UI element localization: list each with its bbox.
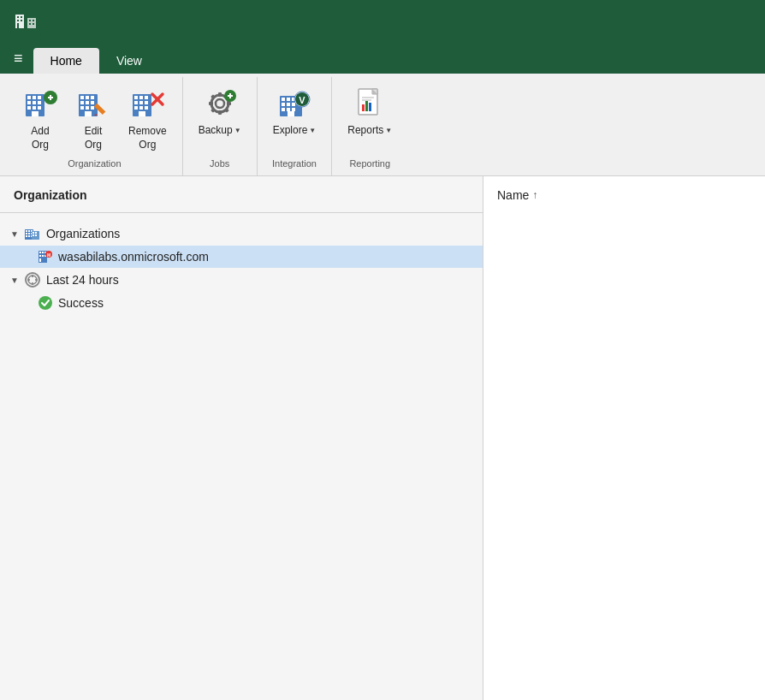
svg-rect-34 <box>86 106 89 110</box>
tab-bar: ≡ Home View <box>0 43 765 74</box>
svg-rect-20 <box>33 106 36 110</box>
success-icon <box>38 295 53 311</box>
reports-label: Reports ▼ <box>347 124 392 136</box>
svg-rect-21 <box>38 106 41 110</box>
svg-rect-35 <box>91 106 94 110</box>
organizations-label: Organizations <box>46 227 120 240</box>
svg-rect-28 <box>86 96 89 99</box>
right-panel: Name ↑ <box>483 176 765 700</box>
expand-triangle-organizations: ▼ <box>10 229 19 239</box>
svg-rect-99 <box>35 232 37 234</box>
svg-point-118 <box>39 296 52 310</box>
svg-rect-56 <box>209 102 213 105</box>
sort-arrow-icon: ↑ <box>532 189 537 201</box>
app-icon <box>10 6 41 37</box>
svg-rect-45 <box>145 101 148 104</box>
svg-rect-18 <box>38 101 41 104</box>
expand-triangle-last24: ▼ <box>10 276 19 285</box>
hamburger-menu[interactable]: ≡ <box>7 46 30 71</box>
edit-org-icon <box>75 86 111 122</box>
svg-rect-3 <box>21 16 22 18</box>
tab-home[interactable]: Home <box>33 48 99 74</box>
backup-label: Backup ▼ <box>199 124 241 136</box>
svg-rect-46 <box>134 106 138 110</box>
ribbon-group-integration: V Explore ▼ Integration <box>258 77 333 175</box>
last24-label: Last 24 hours <box>46 273 119 287</box>
svg-rect-74 <box>292 108 295 111</box>
name-column-label: Name <box>497 188 529 202</box>
svg-text:M: M <box>47 252 50 258</box>
backup-button[interactable]: Backup ▼ <box>190 82 250 139</box>
main-content: Organization ▼ <box>0 176 765 700</box>
reports-button[interactable]: Reports ▼ <box>339 82 400 139</box>
remove-org-button[interactable]: RemoveOrg <box>120 82 175 155</box>
organizations-icon <box>24 225 41 242</box>
svg-rect-70 <box>287 103 290 106</box>
svg-rect-114 <box>32 275 33 277</box>
svg-rect-4 <box>17 20 19 21</box>
svg-rect-66 <box>282 98 285 101</box>
last24-icon <box>24 271 41 288</box>
explore-button[interactable]: V Explore ▼ <box>264 82 325 139</box>
svg-rect-82 <box>362 104 365 111</box>
svg-text:V: V <box>299 95 305 105</box>
svg-rect-11 <box>33 23 34 25</box>
svg-rect-0 <box>10 6 41 37</box>
svg-rect-69 <box>282 103 285 106</box>
svg-rect-14 <box>33 96 36 99</box>
add-org-button[interactable]: AddOrg <box>14 82 67 155</box>
svg-rect-36 <box>85 111 92 116</box>
svg-rect-29 <box>91 96 94 99</box>
svg-rect-32 <box>91 101 94 104</box>
explore-icon: V <box>276 86 312 124</box>
svg-rect-115 <box>32 282 33 285</box>
svg-rect-98 <box>33 232 34 234</box>
name-column-header[interactable]: Name ↑ <box>497 188 751 202</box>
organization-group-label: Organization <box>14 155 175 174</box>
svg-rect-30 <box>80 101 84 104</box>
svg-rect-49 <box>139 111 145 116</box>
last24-tree-node[interactable]: ▼ Last 24 hours <box>0 268 483 292</box>
svg-rect-22 <box>32 111 39 116</box>
organizations-tree-node[interactable]: ▼ Organiz <box>0 222 483 246</box>
svg-rect-103 <box>39 252 41 253</box>
svg-rect-67 <box>287 98 290 101</box>
ribbon-group-reporting: Reports ▼ Reporting <box>332 77 407 175</box>
svg-rect-117 <box>35 279 38 281</box>
svg-rect-42 <box>145 96 148 99</box>
tab-view[interactable]: View <box>99 48 159 74</box>
jobs-group-label: Jobs <box>190 155 250 174</box>
svg-rect-57 <box>227 102 231 105</box>
integration-group-label: Integration <box>264 155 325 174</box>
wasabilabs-tree-node[interactable]: M wasabilabs.onmicrosoft.com <box>0 246 483 268</box>
svg-rect-16 <box>27 101 31 104</box>
svg-rect-104 <box>42 252 44 253</box>
success-tree-node[interactable]: Success <box>0 292 483 314</box>
svg-rect-17 <box>33 101 36 104</box>
wasabilabs-label: wasabilabs.onmicrosoft.com <box>58 250 209 264</box>
add-org-label: AddOrg <box>31 125 49 151</box>
svg-rect-25 <box>50 95 51 100</box>
svg-rect-92 <box>28 233 30 234</box>
svg-rect-89 <box>28 230 30 232</box>
edit-org-button[interactable]: EditOrg <box>67 82 120 155</box>
svg-rect-88 <box>26 230 27 232</box>
edit-org-label: EditOrg <box>85 125 103 151</box>
svg-rect-101 <box>35 234 37 236</box>
success-label: Success <box>58 296 104 310</box>
svg-rect-48 <box>145 106 148 110</box>
svg-rect-19 <box>27 106 31 110</box>
svg-rect-95 <box>28 235 30 237</box>
wasabilabs-icon: M <box>38 249 53 264</box>
svg-rect-31 <box>86 101 89 104</box>
remove-org-label: RemoveOrg <box>128 125 167 151</box>
add-org-icon <box>22 86 58 122</box>
svg-rect-100 <box>33 234 34 236</box>
svg-rect-41 <box>139 96 143 99</box>
svg-rect-84 <box>369 103 371 111</box>
reports-icon <box>352 86 388 124</box>
backup-icon <box>202 86 238 124</box>
svg-rect-9 <box>33 20 34 21</box>
svg-rect-55 <box>218 110 222 115</box>
svg-rect-106 <box>39 255 41 257</box>
